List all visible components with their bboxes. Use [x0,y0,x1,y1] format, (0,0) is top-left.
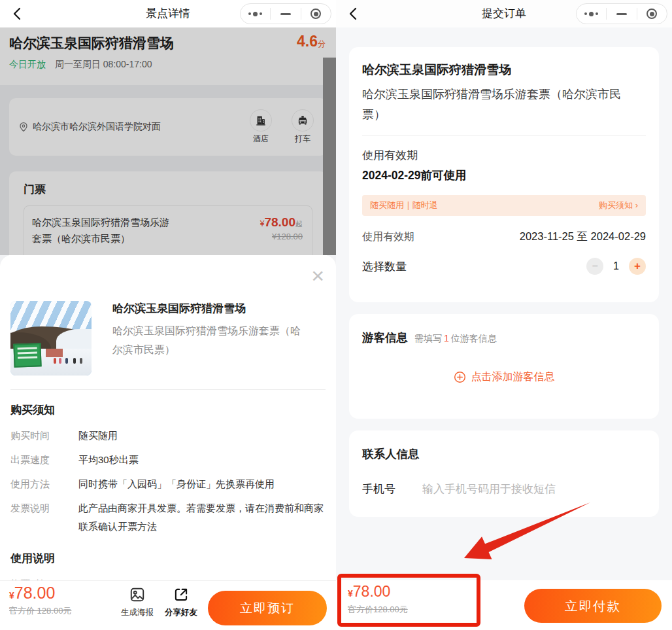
purchase-notes-title: 购买须知 [10,402,55,417]
page-edge-shadow [323,58,336,255]
promo-tags: 随买随用｜随时退 [370,200,438,211]
modal-product-title: 哈尔滨玉泉国际狩猎滑雪场 [112,301,328,316]
guest-info-title: 游客信息 [362,330,408,345]
promo-bar: 随买随用｜随时退 购买须知 › [362,195,646,216]
right-bottom-bar: ¥78.00 官方价128.00元 立即付款 [336,580,672,630]
phone-input[interactable] [422,483,646,496]
more-icon[interactable] [577,4,606,24]
minimize-icon[interactable] [607,4,636,24]
quantity-decrease-button[interactable]: − [586,258,603,275]
book-now-button[interactable]: 立即预订 [208,591,327,625]
footer-price: ¥78.00 [9,584,55,603]
validity-value: 2024-02-29前可使用 [362,167,646,183]
modal-product-subtitle: 哈尔滨玉泉国际狩猎滑雪场乐游套票（哈尔滨市民票） [112,321,310,359]
footer-price: ¥78.00 [348,583,390,601]
guest-info-note: 需填写1位游客信息 [414,333,497,345]
quantity-stepper: − 1 + [586,258,646,275]
footer-official-price: 官方价128.00元 [348,604,408,616]
miniprogram-capsule [576,3,667,24]
purchase-notes-link[interactable]: 购买须知 › [599,200,638,211]
submit-order-screen: 提交订单 哈尔滨玉泉国际狩猎滑雪场 哈尔滨玉泉国际狩猎滑雪场乐游套票（哈尔滨市民… [336,0,672,630]
share-friends-button[interactable]: 分享好友 [162,586,200,618]
footer-official-price: 官方价 128.00元 [9,605,71,617]
validity-range-label: 使用有效期 [362,230,414,244]
order-product-subtitle: 哈尔滨玉泉国际狩猎滑雪场乐游套票（哈尔滨市民票） [362,84,625,125]
product-thumbnail [10,301,92,376]
modal-backdrop[interactable] [0,27,336,255]
guest-info-card: 游客信息 需填写1位游客信息 点击添加游客信息 [349,314,659,419]
quantity-value: 1 [613,260,619,272]
generate-poster-button[interactable]: 生成海报 [118,586,156,618]
order-summary-card: 哈尔滨玉泉国际狩猎滑雪场 哈尔滨玉泉国际狩猎滑雪场乐游套票（哈尔滨市民票） 使用… [349,47,659,302]
pay-now-button[interactable]: 立即付款 [524,589,662,623]
quantity-label: 选择数量 [362,259,407,274]
right-header: 提交订单 [336,0,672,27]
validity-title: 使用有效期 [362,148,646,163]
two-screen-composite: 景点详情 哈尔滨玉泉国际狩猎滑雪场 4.6分 今日开放 周一至周日 08:00-… [0,0,672,630]
left-header: 景点详情 [0,0,336,27]
note-row: 发票说明此产品由商家开具发票。若需要发票，请在消费前和商家联系确认开票方法 [10,499,329,536]
close-capsule-icon[interactable] [301,4,331,24]
close-capsule-icon[interactable] [637,4,667,24]
phone-label: 手机号 [362,481,422,497]
minimize-icon[interactable] [271,4,300,24]
contact-info-card: 联系人信息 手机号 [349,430,659,517]
purchase-modal: × 哈尔滨玉泉国际狩猎滑雪场 哈尔滨玉泉国际狩猎滑 [0,255,336,580]
poster-icon [129,586,146,603]
share-icon [173,586,190,603]
add-guest-button[interactable]: 点击添加游客信息 [362,370,646,384]
scenic-detail-screen: 景点详情 哈尔滨玉泉国际狩猎滑雪场 4.6分 今日开放 周一至周日 08:00-… [0,0,336,630]
contact-info-title: 联系人信息 [362,446,646,462]
note-row: 使用方法同时携带「入园码」「身份证」先换票再使用 [10,475,329,493]
chevron-right-icon: › [635,200,638,210]
add-guest-label: 点击添加游客信息 [471,370,555,384]
usage-row: 换票时间 8:00-14:00 [10,575,327,580]
modal-close-icon[interactable]: × [311,266,324,285]
left-bottom-bar: ¥78.00 官方价 128.00元 生成海报 分享好友 立即预订 [0,580,336,630]
miniprogram-capsule [240,3,331,24]
usage-notes-title: 使用说明 [10,551,55,566]
add-circle-icon [454,371,466,383]
more-icon[interactable] [241,4,270,24]
note-row: 出票速度平均30秒出票 [10,451,329,469]
quantity-increase-button[interactable]: + [629,258,646,275]
purchase-notes: 购买时间随买随用 出票速度平均30秒出票 使用方法同时携带「入园码」「身份证」先… [10,427,329,542]
order-product-title: 哈尔滨玉泉国际狩猎滑雪场 [362,61,646,79]
validity-range-value: 2023-11-25 至 2024-02-29 [520,230,646,244]
note-row: 购买时间随买随用 [10,427,329,445]
modal-product-row: 哈尔滨玉泉国际狩猎滑雪场 哈尔滨玉泉国际狩猎滑雪场乐游套票（哈尔滨市民票） [10,301,328,359]
